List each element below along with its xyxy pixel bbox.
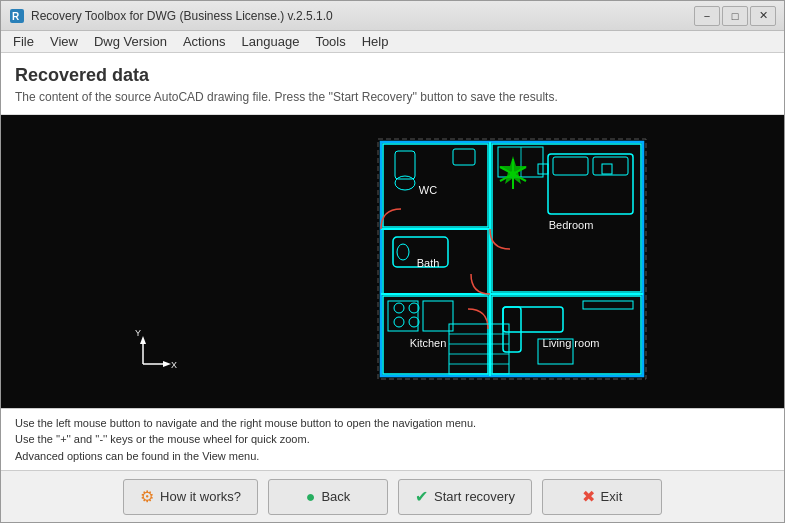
svg-text:X: X	[171, 360, 177, 370]
svg-rect-18	[593, 157, 628, 175]
svg-rect-31	[503, 307, 563, 332]
svg-text:Bath: Bath	[416, 257, 439, 269]
svg-text:WC: WC	[418, 184, 436, 196]
x-icon: ✖	[582, 487, 595, 506]
svg-text:Living room: Living room	[542, 337, 599, 349]
back-button[interactable]: ● Back	[268, 479, 388, 515]
minimize-button[interactable]: −	[694, 6, 720, 26]
svg-rect-32	[503, 307, 521, 352]
menu-actions[interactable]: Actions	[175, 32, 234, 51]
window-controls: − □ ✕	[694, 6, 776, 26]
page-title: Recovered data	[15, 65, 770, 86]
how-it-works-button[interactable]: ⚙ How it works?	[123, 479, 258, 515]
menu-view[interactable]: View	[42, 32, 86, 51]
svg-rect-19	[498, 147, 543, 177]
close-button[interactable]: ✕	[750, 6, 776, 26]
app-icon: R	[9, 8, 25, 24]
back-icon: ●	[306, 488, 316, 506]
menu-file[interactable]: File	[5, 32, 42, 51]
title-bar: R Recovery Toolbox for DWG (Business Lic…	[1, 1, 784, 31]
svg-text:Kitchen: Kitchen	[409, 337, 446, 349]
menu-language[interactable]: Language	[234, 32, 308, 51]
status-line-2: Use the ''+'' and ''-'' keys or the mous…	[15, 431, 770, 448]
svg-rect-9	[395, 151, 415, 179]
start-recovery-label: Start recovery	[434, 489, 515, 504]
svg-rect-23	[383, 296, 488, 374]
svg-point-26	[394, 303, 404, 313]
how-it-works-label: How it works?	[160, 489, 241, 504]
exit-label: Exit	[601, 489, 623, 504]
bottom-bar: ⚙ How it works? ● Back ✔ Start recovery …	[1, 470, 784, 522]
svg-rect-11	[453, 149, 475, 165]
gear-icon: ⚙	[140, 487, 154, 506]
back-label: Back	[321, 489, 350, 504]
svg-rect-22	[602, 164, 612, 174]
svg-text:Bedroom: Bedroom	[548, 219, 593, 231]
svg-rect-34	[583, 301, 633, 309]
header-section: Recovered data The content of the source…	[1, 53, 784, 115]
exit-button[interactable]: ✖ Exit	[542, 479, 662, 515]
menu-bar: File View Dwg Version Actions Language T…	[1, 31, 784, 53]
svg-text:Y: Y	[135, 328, 141, 338]
svg-rect-17	[553, 157, 588, 175]
start-recovery-button[interactable]: ✔ Start recovery	[398, 479, 532, 515]
svg-point-28	[394, 317, 404, 327]
status-line-1: Use the left mouse button to navigate an…	[15, 415, 770, 432]
window-title: Recovery Toolbox for DWG (Business Licen…	[31, 9, 694, 23]
svg-text:R: R	[12, 11, 20, 22]
svg-rect-35	[449, 324, 509, 374]
svg-rect-16	[548, 154, 633, 214]
svg-point-10	[395, 176, 415, 190]
menu-help[interactable]: Help	[354, 32, 397, 51]
page-description: The content of the source AutoCAD drawin…	[15, 90, 770, 104]
menu-dwg-version[interactable]: Dwg Version	[86, 32, 175, 51]
checkmark-icon: ✔	[415, 487, 428, 506]
status-bar: Use the left mouse button to navigate an…	[1, 408, 784, 471]
menu-tools[interactable]: Tools	[307, 32, 353, 51]
canvas-area[interactable]: WC Bath Bedroom Kitchen Living room Y X	[1, 115, 784, 408]
main-window: R Recovery Toolbox for DWG (Business Lic…	[0, 0, 785, 523]
status-line-3: Advanced options can be found in the Vie…	[15, 448, 770, 465]
svg-marker-53	[163, 361, 171, 367]
svg-point-14	[397, 244, 409, 260]
floorplan-svg: WC Bath Bedroom Kitchen Living room Y X	[123, 129, 663, 394]
maximize-button[interactable]: □	[722, 6, 748, 26]
